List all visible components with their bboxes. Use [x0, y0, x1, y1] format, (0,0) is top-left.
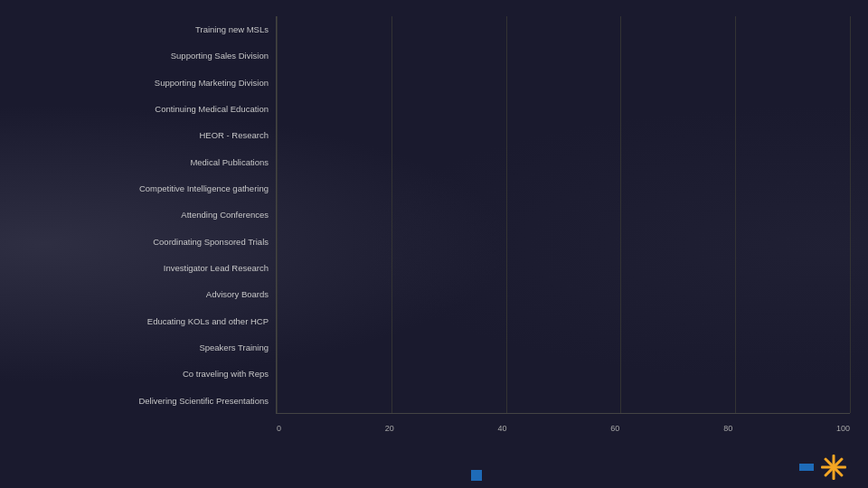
- y-label: Investigator Lead Research: [18, 263, 269, 273]
- svg-rect-7: [824, 457, 834, 467]
- grid-line-40: [506, 16, 507, 413]
- grid-line-60: [620, 16, 621, 413]
- y-label: Educating KOLs and other HCP: [18, 316, 269, 326]
- logo-text: [799, 464, 814, 471]
- x-tick: 40: [498, 424, 507, 433]
- y-label: Coordinating Sponsored Trials: [18, 237, 269, 247]
- svg-rect-5: [834, 457, 844, 467]
- grid-line-80: [735, 16, 736, 413]
- x-tick: 0: [277, 424, 281, 433]
- y-label: Continuing Medical Education: [18, 104, 269, 114]
- y-label: Co traveling with Reps: [18, 369, 269, 379]
- svg-rect-4: [835, 466, 846, 469]
- x-tick: 80: [723, 424, 732, 433]
- x-tick: 60: [610, 424, 619, 433]
- grid-line-100: [850, 16, 851, 413]
- logo-symbol: [817, 451, 850, 483]
- svg-rect-3: [821, 466, 832, 469]
- svg-rect-8: [834, 467, 844, 477]
- y-label: Training new MSLs: [18, 24, 269, 34]
- svg-rect-1: [833, 455, 835, 465]
- y-label: Delivering Scientific Presentations: [18, 396, 269, 406]
- grid-line-20: [392, 16, 392, 413]
- y-labels: Training new MSLsSupporting Sales Divisi…: [18, 16, 276, 414]
- legend: [108, 470, 850, 481]
- x-tick: 20: [385, 424, 394, 433]
- bars-area: 020406080100: [276, 16, 850, 414]
- y-label: Competitive Intelligence gathering: [18, 183, 269, 193]
- grid-line-0: [277, 16, 278, 413]
- y-label: Speakers Training: [18, 343, 269, 352]
- y-label: Advisory Boards: [18, 289, 269, 299]
- chart-area: Training new MSLsSupporting Sales Divisi…: [18, 16, 850, 414]
- x-axis: 020406080100: [277, 424, 850, 433]
- bottom-section: [0, 470, 868, 481]
- y-label: Attending Conferences: [18, 210, 269, 220]
- y-label: Medical Publications: [18, 157, 269, 167]
- legend-color-box: [471, 470, 482, 481]
- chart-container: Training new MSLsSupporting Sales Divisi…: [0, 0, 868, 488]
- logo-icon: [817, 451, 850, 483]
- svg-rect-6: [824, 467, 834, 477]
- y-label: Supporting Sales Division: [18, 51, 269, 61]
- y-label: Supporting Marketing Division: [18, 78, 269, 88]
- svg-rect-2: [833, 469, 835, 480]
- logo-area: [799, 451, 850, 483]
- x-tick: 100: [836, 424, 850, 433]
- logo-container: [799, 451, 850, 483]
- y-label: HEOR - Research: [18, 130, 269, 140]
